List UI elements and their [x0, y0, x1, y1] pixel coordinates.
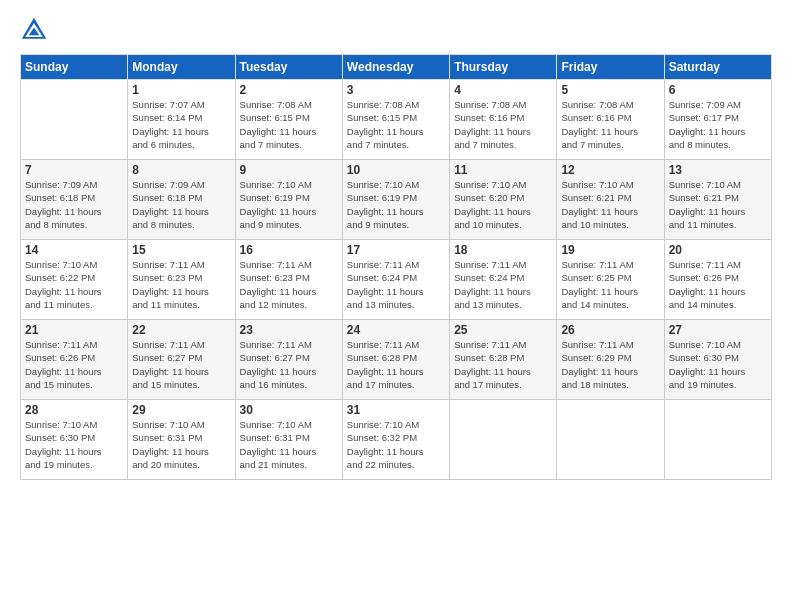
day-number: 28 — [25, 403, 123, 417]
day-info: Sunrise: 7:10 AMSunset: 6:21 PMDaylight:… — [669, 178, 767, 231]
day-info: Sunrise: 7:09 AMSunset: 6:17 PMDaylight:… — [669, 98, 767, 151]
day-header-saturday: Saturday — [664, 55, 771, 80]
day-number: 12 — [561, 163, 659, 177]
day-info: Sunrise: 7:11 AMSunset: 6:28 PMDaylight:… — [347, 338, 445, 391]
day-number: 25 — [454, 323, 552, 337]
day-number: 17 — [347, 243, 445, 257]
day-header-friday: Friday — [557, 55, 664, 80]
day-number: 26 — [561, 323, 659, 337]
calendar-cell: 21Sunrise: 7:11 AMSunset: 6:26 PMDayligh… — [21, 320, 128, 400]
day-header-thursday: Thursday — [450, 55, 557, 80]
day-info: Sunrise: 7:08 AMSunset: 6:16 PMDaylight:… — [454, 98, 552, 151]
calendar-cell: 4Sunrise: 7:08 AMSunset: 6:16 PMDaylight… — [450, 80, 557, 160]
week-row-2: 7Sunrise: 7:09 AMSunset: 6:18 PMDaylight… — [21, 160, 772, 240]
calendar-cell: 11Sunrise: 7:10 AMSunset: 6:20 PMDayligh… — [450, 160, 557, 240]
day-info: Sunrise: 7:11 AMSunset: 6:23 PMDaylight:… — [132, 258, 230, 311]
day-info: Sunrise: 7:11 AMSunset: 6:25 PMDaylight:… — [561, 258, 659, 311]
day-number: 24 — [347, 323, 445, 337]
calendar-cell: 30Sunrise: 7:10 AMSunset: 6:31 PMDayligh… — [235, 400, 342, 480]
day-number: 6 — [669, 83, 767, 97]
calendar-cell: 7Sunrise: 7:09 AMSunset: 6:18 PMDaylight… — [21, 160, 128, 240]
calendar-cell: 3Sunrise: 7:08 AMSunset: 6:15 PMDaylight… — [342, 80, 449, 160]
calendar-cell: 18Sunrise: 7:11 AMSunset: 6:24 PMDayligh… — [450, 240, 557, 320]
calendar-cell: 26Sunrise: 7:11 AMSunset: 6:29 PMDayligh… — [557, 320, 664, 400]
day-info: Sunrise: 7:07 AMSunset: 6:14 PMDaylight:… — [132, 98, 230, 151]
day-number: 4 — [454, 83, 552, 97]
day-number: 18 — [454, 243, 552, 257]
week-row-4: 21Sunrise: 7:11 AMSunset: 6:26 PMDayligh… — [21, 320, 772, 400]
day-number: 27 — [669, 323, 767, 337]
day-info: Sunrise: 7:11 AMSunset: 6:27 PMDaylight:… — [132, 338, 230, 391]
day-info: Sunrise: 7:11 AMSunset: 6:26 PMDaylight:… — [25, 338, 123, 391]
day-header-monday: Monday — [128, 55, 235, 80]
day-header-sunday: Sunday — [21, 55, 128, 80]
calendar-cell — [21, 80, 128, 160]
calendar-table: SundayMondayTuesdayWednesdayThursdayFrid… — [20, 54, 772, 480]
calendar-cell: 20Sunrise: 7:11 AMSunset: 6:26 PMDayligh… — [664, 240, 771, 320]
week-row-1: 1Sunrise: 7:07 AMSunset: 6:14 PMDaylight… — [21, 80, 772, 160]
week-row-5: 28Sunrise: 7:10 AMSunset: 6:30 PMDayligh… — [21, 400, 772, 480]
logo-icon — [20, 16, 48, 44]
day-number: 23 — [240, 323, 338, 337]
header — [20, 16, 772, 44]
day-number: 30 — [240, 403, 338, 417]
day-info: Sunrise: 7:10 AMSunset: 6:32 PMDaylight:… — [347, 418, 445, 471]
day-number: 20 — [669, 243, 767, 257]
day-number: 21 — [25, 323, 123, 337]
day-number: 7 — [25, 163, 123, 177]
calendar-cell: 10Sunrise: 7:10 AMSunset: 6:19 PMDayligh… — [342, 160, 449, 240]
day-info: Sunrise: 7:11 AMSunset: 6:28 PMDaylight:… — [454, 338, 552, 391]
calendar-cell: 9Sunrise: 7:10 AMSunset: 6:19 PMDaylight… — [235, 160, 342, 240]
day-info: Sunrise: 7:10 AMSunset: 6:31 PMDaylight:… — [132, 418, 230, 471]
day-number: 22 — [132, 323, 230, 337]
calendar-cell: 28Sunrise: 7:10 AMSunset: 6:30 PMDayligh… — [21, 400, 128, 480]
calendar-cell: 5Sunrise: 7:08 AMSunset: 6:16 PMDaylight… — [557, 80, 664, 160]
day-info: Sunrise: 7:11 AMSunset: 6:24 PMDaylight:… — [347, 258, 445, 311]
page: SundayMondayTuesdayWednesdayThursdayFrid… — [0, 0, 792, 612]
day-info: Sunrise: 7:08 AMSunset: 6:16 PMDaylight:… — [561, 98, 659, 151]
calendar-cell: 31Sunrise: 7:10 AMSunset: 6:32 PMDayligh… — [342, 400, 449, 480]
day-info: Sunrise: 7:10 AMSunset: 6:30 PMDaylight:… — [25, 418, 123, 471]
calendar-cell — [664, 400, 771, 480]
day-info: Sunrise: 7:10 AMSunset: 6:22 PMDaylight:… — [25, 258, 123, 311]
week-row-3: 14Sunrise: 7:10 AMSunset: 6:22 PMDayligh… — [21, 240, 772, 320]
day-number: 14 — [25, 243, 123, 257]
day-number: 15 — [132, 243, 230, 257]
calendar-cell: 16Sunrise: 7:11 AMSunset: 6:23 PMDayligh… — [235, 240, 342, 320]
day-number: 13 — [669, 163, 767, 177]
day-number: 31 — [347, 403, 445, 417]
day-number: 29 — [132, 403, 230, 417]
day-info: Sunrise: 7:10 AMSunset: 6:21 PMDaylight:… — [561, 178, 659, 231]
day-number: 8 — [132, 163, 230, 177]
calendar-cell: 24Sunrise: 7:11 AMSunset: 6:28 PMDayligh… — [342, 320, 449, 400]
calendar-cell — [450, 400, 557, 480]
calendar-cell: 22Sunrise: 7:11 AMSunset: 6:27 PMDayligh… — [128, 320, 235, 400]
day-info: Sunrise: 7:08 AMSunset: 6:15 PMDaylight:… — [347, 98, 445, 151]
day-info: Sunrise: 7:10 AMSunset: 6:19 PMDaylight:… — [347, 178, 445, 231]
day-info: Sunrise: 7:11 AMSunset: 6:26 PMDaylight:… — [669, 258, 767, 311]
header-row: SundayMondayTuesdayWednesdayThursdayFrid… — [21, 55, 772, 80]
day-info: Sunrise: 7:08 AMSunset: 6:15 PMDaylight:… — [240, 98, 338, 151]
logo — [20, 16, 52, 44]
day-header-wednesday: Wednesday — [342, 55, 449, 80]
day-info: Sunrise: 7:10 AMSunset: 6:31 PMDaylight:… — [240, 418, 338, 471]
calendar-cell: 14Sunrise: 7:10 AMSunset: 6:22 PMDayligh… — [21, 240, 128, 320]
day-info: Sunrise: 7:09 AMSunset: 6:18 PMDaylight:… — [25, 178, 123, 231]
day-info: Sunrise: 7:10 AMSunset: 6:30 PMDaylight:… — [669, 338, 767, 391]
calendar-cell: 15Sunrise: 7:11 AMSunset: 6:23 PMDayligh… — [128, 240, 235, 320]
day-info: Sunrise: 7:11 AMSunset: 6:27 PMDaylight:… — [240, 338, 338, 391]
day-number: 5 — [561, 83, 659, 97]
calendar-cell: 13Sunrise: 7:10 AMSunset: 6:21 PMDayligh… — [664, 160, 771, 240]
day-info: Sunrise: 7:10 AMSunset: 6:19 PMDaylight:… — [240, 178, 338, 231]
day-number: 19 — [561, 243, 659, 257]
day-number: 1 — [132, 83, 230, 97]
calendar-cell: 25Sunrise: 7:11 AMSunset: 6:28 PMDayligh… — [450, 320, 557, 400]
day-info: Sunrise: 7:11 AMSunset: 6:24 PMDaylight:… — [454, 258, 552, 311]
calendar-cell: 17Sunrise: 7:11 AMSunset: 6:24 PMDayligh… — [342, 240, 449, 320]
day-info: Sunrise: 7:09 AMSunset: 6:18 PMDaylight:… — [132, 178, 230, 231]
calendar-cell: 2Sunrise: 7:08 AMSunset: 6:15 PMDaylight… — [235, 80, 342, 160]
day-number: 2 — [240, 83, 338, 97]
calendar-cell: 1Sunrise: 7:07 AMSunset: 6:14 PMDaylight… — [128, 80, 235, 160]
calendar-cell: 6Sunrise: 7:09 AMSunset: 6:17 PMDaylight… — [664, 80, 771, 160]
calendar-cell: 23Sunrise: 7:11 AMSunset: 6:27 PMDayligh… — [235, 320, 342, 400]
